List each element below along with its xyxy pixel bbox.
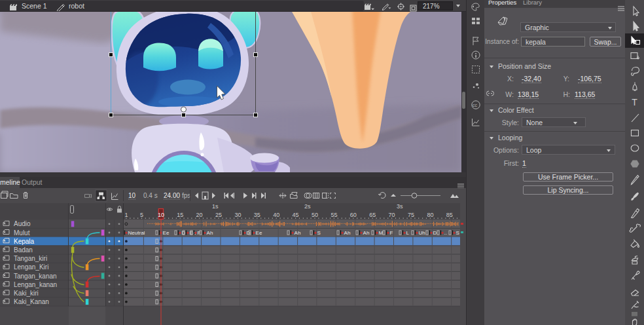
svg-text:Neutral: Neutral — [128, 230, 145, 236]
svg-text:Ah: Ah — [363, 230, 370, 236]
svg-text:S: S — [317, 230, 321, 236]
svg-text:10: 10 — [158, 212, 164, 218]
svg-text:25: 25 — [215, 212, 222, 218]
svg-text:F: F — [198, 230, 201, 236]
svg-text:M: M — [379, 230, 384, 236]
svg-text:Ah: Ah — [207, 230, 213, 236]
svg-text:T: T — [632, 97, 637, 107]
svg-text:1: 1 — [124, 212, 128, 218]
svg-text:D: D — [433, 230, 437, 236]
svg-text:55: 55 — [331, 212, 337, 218]
svg-text:0.4 s: 0.4 s — [143, 192, 158, 199]
svg-text:5: 5 — [140, 212, 143, 218]
svg-text:fps: fps — [182, 192, 190, 199]
svg-text:35: 35 — [254, 212, 260, 218]
svg-text:cc: cc — [473, 103, 478, 107]
svg-text:Kaki_Kanan: Kaki_Kanan — [14, 298, 49, 305]
svg-text:Kepala: Kepala — [14, 238, 35, 245]
svg-text:Mulut: Mulut — [14, 229, 30, 237]
svg-text:65: 65 — [369, 212, 376, 218]
svg-text:D: D — [182, 230, 186, 236]
svg-text:50: 50 — [312, 212, 318, 218]
svg-text:Uh: Uh — [419, 230, 425, 236]
svg-text:40: 40 — [273, 212, 279, 218]
svg-text:3s: 3s — [397, 203, 403, 210]
svg-text:30: 30 — [234, 212, 241, 218]
svg-text:10: 10 — [128, 192, 136, 199]
svg-text:Lengan_Kiri: Lengan_Kiri — [14, 263, 48, 271]
svg-text:1s: 1s — [212, 203, 219, 210]
svg-text:Tangan_kanan: Tangan_kanan — [14, 273, 57, 280]
svg-text:60: 60 — [350, 212, 357, 218]
svg-text:Audio: Audio — [14, 220, 31, 227]
svg-text:Kaki_kiri: Kaki_kiri — [14, 290, 39, 297]
svg-text:Ee: Ee — [163, 230, 170, 236]
svg-text:75: 75 — [408, 212, 414, 218]
svg-text:Badan: Badan — [14, 246, 33, 254]
svg-text:..: .. — [444, 230, 447, 236]
svg-text:70: 70 — [389, 212, 395, 218]
svg-text:24.00: 24.00 — [164, 192, 180, 199]
svg-text:Tangan_kiri: Tangan_kiri — [14, 255, 47, 262]
svg-text:Ee: Ee — [256, 230, 262, 236]
svg-text:Ah: Ah — [344, 230, 351, 236]
svg-text:15: 15 — [177, 212, 183, 218]
svg-text:S: S — [456, 230, 459, 236]
svg-text:F: F — [390, 230, 393, 236]
svg-text:80: 80 — [427, 212, 433, 218]
svg-text:20: 20 — [196, 212, 203, 218]
svg-text:Lengan_kanan: Lengan_kanan — [14, 281, 57, 288]
svg-text:2s: 2s — [304, 203, 311, 210]
svg-text:45: 45 — [293, 212, 299, 218]
svg-text:L: L — [406, 230, 410, 236]
svg-text:85: 85 — [446, 212, 453, 218]
svg-text:Ah: Ah — [295, 230, 301, 236]
